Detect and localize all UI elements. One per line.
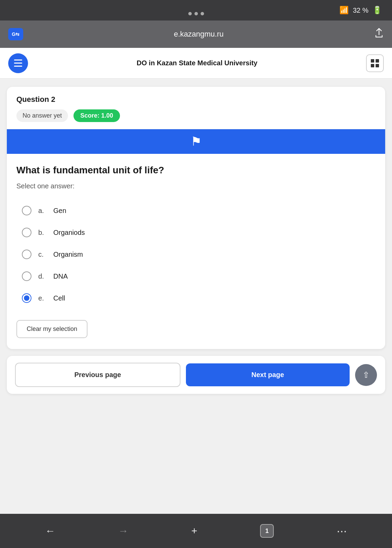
question-label: Question 2 (16, 95, 376, 104)
dot-3 (201, 12, 204, 15)
question-text: What is fundamental unit of life? (16, 163, 376, 177)
question-header: Question 2 No answer yet Score: 1.00 (7, 87, 385, 129)
wifi-icon: 📶 (339, 6, 349, 15)
flag-banner[interactable]: ⚑ (7, 129, 385, 154)
no-answer-badge: No answer yet (16, 109, 68, 122)
clear-selection-button[interactable]: Clear my selection (16, 320, 87, 338)
status-bar: 📶 32 % 🔋 (0, 0, 392, 21)
question-body: What is fundamental unit of life? Select… (7, 154, 385, 349)
radio-e[interactable] (22, 293, 31, 303)
new-tab-icon[interactable]: + (191, 525, 198, 537)
grid-button[interactable] (366, 54, 384, 72)
dot-1 (188, 12, 192, 15)
browser-bar: G⇆ e.kazangmu.ru (0, 21, 392, 48)
option-a[interactable]: a. Gen (16, 200, 376, 222)
next-page-button[interactable]: Next page (186, 363, 350, 386)
back-icon[interactable]: ← (45, 525, 55, 537)
option-b-text: Organiods (53, 229, 85, 237)
option-c-text: Organism (53, 251, 83, 258)
select-instruction: Select one answer: (16, 182, 376, 190)
dot-2 (194, 12, 198, 15)
status-dots (188, 12, 204, 15)
option-b-letter: b. (38, 229, 46, 237)
url-text: e.kazangmu.ru (174, 30, 224, 39)
scroll-top-button[interactable]: ⇧ (355, 364, 377, 386)
main-content: Question 2 No answer yet Score: 1.00 ⚑ W… (0, 79, 392, 514)
url-bar[interactable]: e.kazangmu.ru (29, 30, 369, 39)
option-c-letter: c. (38, 251, 46, 258)
option-e[interactable]: e. Cell (16, 287, 376, 309)
battery-icon: 🔋 (373, 6, 382, 15)
more-icon[interactable]: ⋯ (337, 525, 347, 537)
option-d-letter: d. (38, 272, 46, 280)
tab-count: 1 (265, 527, 269, 535)
options-list: a. Gen b. Organiods c. Organism d. DNA (16, 200, 376, 309)
option-d[interactable]: d. DNA (16, 265, 376, 287)
option-b[interactable]: b. Organiods (16, 222, 376, 243)
radio-d[interactable] (22, 271, 31, 281)
option-e-letter: e. (38, 294, 46, 302)
option-d-text: DNA (53, 272, 68, 280)
radio-b[interactable] (22, 228, 31, 237)
flag-icon: ⚑ (191, 134, 202, 149)
radio-c[interactable] (22, 250, 31, 259)
radio-a[interactable] (22, 206, 31, 215)
radio-e-fill (24, 295, 29, 301)
chevron-up-icon: ⇧ (363, 370, 369, 380)
translate-icon: G⇆ (12, 31, 20, 37)
option-c[interactable]: c. Organism (16, 243, 376, 265)
share-button[interactable] (374, 28, 384, 41)
grid-icon (371, 59, 379, 67)
option-a-text: Gen (53, 207, 66, 215)
nav-buttons: Previous page Next page ⇧ (7, 356, 385, 394)
question-card: Question 2 No answer yet Score: 1.00 ⚑ W… (7, 87, 385, 349)
menu-button[interactable] (8, 53, 28, 73)
top-nav: DO in Kazan State Medical University (0, 48, 392, 79)
option-a-letter: a. (38, 207, 46, 215)
option-e-text: Cell (53, 294, 65, 302)
bottom-browser-bar: ← → + 1 ⋯ (0, 514, 392, 548)
previous-page-button[interactable]: Previous page (15, 363, 180, 387)
question-badges: No answer yet Score: 1.00 (16, 109, 376, 122)
status-right: 📶 32 % 🔋 (339, 6, 382, 15)
tab-counter[interactable]: 1 (260, 524, 274, 538)
hamburger-icon (14, 59, 22, 67)
forward-icon[interactable]: → (118, 525, 129, 537)
battery-percent: 32 % (353, 6, 368, 14)
nav-title: DO in Kazan State Medical University (28, 59, 366, 67)
score-badge: Score: 1.00 (73, 109, 120, 122)
translate-button[interactable]: G⇆ (8, 28, 23, 40)
